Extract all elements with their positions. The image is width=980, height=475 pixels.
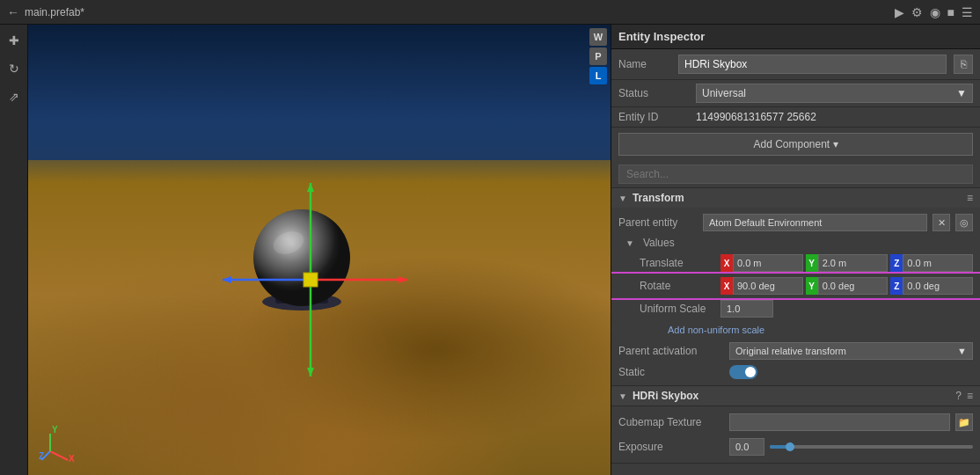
static-label: Static: [618, 366, 724, 378]
translate-xyz-group: X 0.0 m Y 2.0 m Z 0.0 m: [720, 254, 973, 272]
cubemap-texture-input[interactable]: [729, 413, 950, 431]
rotate-row: Rotate X 90.0 deg Y 0.0 deg Z 0.0 deg: [611, 274, 980, 297]
rotate-z-field: Z 0.0 deg: [890, 277, 973, 295]
transform-content: Parent entity Atom Default Environment ✕…: [611, 208, 980, 385]
values-collapse-arrow: ▼: [625, 238, 634, 248]
toggle-knob: [745, 367, 756, 377]
move-tool-button[interactable]: ✚: [4, 30, 25, 51]
uniform-scale-row: Uniform Scale 1.0: [611, 297, 980, 320]
hdri-icons: ? ≡: [955, 390, 973, 402]
cubemap-texture-row: Cubemap Texture 📁: [611, 410, 980, 435]
search-input[interactable]: [618, 164, 973, 184]
cubemap-browse-button[interactable]: 📁: [955, 413, 973, 431]
hdri-collapse-arrow: ▼: [618, 391, 627, 401]
rotate-x-label: X: [720, 277, 733, 295]
rotate-z-value[interactable]: 0.0 deg: [903, 277, 973, 295]
translate-z-label: Z: [890, 254, 903, 272]
status-row: Status Universal ▼: [611, 80, 980, 107]
scale-tool-button[interactable]: ⇗: [4, 86, 25, 107]
hdri-help-icon[interactable]: ?: [955, 390, 962, 402]
status-dropdown-arrow: ▼: [956, 87, 967, 99]
menu-icon[interactable]: ☰: [962, 5, 973, 19]
exposure-slider-thumb: [786, 442, 794, 451]
values-row: ▼ Values: [611, 234, 980, 252]
add-nonuniform-row: Add non-uniform scale: [611, 320, 980, 340]
viewport[interactable]: W P L Z X Y: [28, 25, 611, 475]
hdri-menu-icon[interactable]: ≡: [967, 390, 973, 402]
eye-icon[interactable]: ◉: [930, 5, 940, 19]
hdri-skybox-title: HDRi Skybox: [633, 390, 950, 402]
translate-y-label: Y: [806, 254, 818, 272]
parent-entity-pick-button[interactable]: ◎: [955, 214, 973, 231]
exposure-row: Exposure 0.0: [611, 435, 980, 459]
terrain-overlay: [28, 160, 611, 475]
translate-x-label: X: [720, 254, 733, 272]
parent-entity-label: Parent entity: [618, 216, 698, 229]
name-input[interactable]: [678, 55, 947, 74]
rotate-y-value[interactable]: 0.0 deg: [818, 277, 889, 295]
badge-p[interactable]: P: [589, 48, 607, 65]
add-nonuniform-button[interactable]: Add non-uniform scale: [668, 324, 764, 336]
hdri-content: Cubemap Texture 📁 Exposure 0.0: [611, 406, 980, 463]
main-area: ✚ ↻ ⇗: [0, 25, 980, 475]
grid-icon[interactable]: ■: [947, 5, 954, 19]
transform-header[interactable]: ▼ Transform ≡: [611, 188, 980, 208]
exposure-value[interactable]: 0.0: [729, 438, 764, 456]
badge-w[interactable]: W: [589, 28, 607, 46]
rotate-tool-button[interactable]: ↻: [4, 58, 25, 79]
hdri-skybox-section: ▼ HDRi Skybox ? ≡ Cubemap Texture 📁 Expo…: [611, 386, 980, 464]
rotate-y-field: Y 0.0 deg: [806, 277, 889, 295]
exposure-label: Exposure: [618, 441, 724, 453]
parent-activation-arrow: ▼: [957, 346, 967, 356]
parent-entity-value[interactable]: Atom Default Environment: [703, 214, 927, 231]
camera-icon[interactable]: ▶: [895, 5, 904, 19]
inspector-header: Entity Inspector: [611, 25, 980, 49]
hdri-skybox-header[interactable]: ▼ HDRi Skybox ? ≡: [611, 386, 980, 406]
parent-entity-clear-button[interactable]: ✕: [932, 214, 950, 231]
parent-activation-dropdown[interactable]: Original relative transform ▼: [729, 342, 973, 360]
rotate-x-field: X 90.0 deg: [720, 277, 803, 295]
transform-collapse-arrow: ▼: [618, 194, 627, 203]
entity-id-value: 114990681316577 25662: [696, 111, 973, 123]
top-bar: ← main.prefab* ▶ ⚙ ◉ ■ ☰: [0, 0, 980, 25]
rotate-xyz-group: X 90.0 deg Y 0.0 deg Z 0.0 deg: [720, 277, 973, 295]
parent-activation-label: Parent activation: [618, 345, 724, 357]
name-label: Name: [618, 58, 671, 70]
cubemap-texture-label: Cubemap Texture: [618, 416, 724, 428]
entity-id-label: Entity ID: [618, 111, 689, 123]
exposure-slider-track[interactable]: [770, 445, 973, 449]
status-dropdown[interactable]: Universal ▼: [696, 84, 973, 103]
uniform-scale-label: Uniform Scale: [618, 303, 715, 315]
static-row: Static: [611, 362, 980, 382]
inspector-title: Entity Inspector: [618, 30, 705, 43]
parent-activation-row: Parent activation Original relative tran…: [611, 340, 980, 362]
back-icon[interactable]: ←: [7, 5, 19, 19]
rotate-x-value[interactable]: 90.0 deg: [733, 277, 803, 295]
translate-z-field: Z 0.0 m: [890, 254, 973, 272]
translate-x-field: X 0.0 m: [720, 254, 803, 272]
translate-z-value[interactable]: 0.0 m: [903, 254, 973, 272]
transform-title: Transform: [633, 192, 962, 204]
copy-id-button[interactable]: ⎘: [954, 55, 973, 74]
parent-entity-text: Atom Default Environment: [709, 217, 822, 228]
settings-icon[interactable]: ⚙: [911, 5, 923, 19]
translate-label: Translate: [618, 257, 715, 269]
svg-text:Z: Z: [39, 451, 44, 461]
transform-menu-icon[interactable]: ≡: [967, 192, 973, 204]
parent-activation-value: Original relative transform: [735, 346, 846, 356]
add-component-label: Add Component ▾: [753, 138, 837, 150]
badge-l[interactable]: L: [589, 67, 607, 84]
top-bar-left: ← main.prefab*: [7, 5, 895, 19]
entity-id-row: Entity ID 114990681316577 25662: [611, 107, 980, 128]
translate-y-field: Y 2.0 m: [806, 254, 889, 272]
translate-y-value[interactable]: 2.0 m: [818, 254, 889, 272]
rotate-z-label: Z: [890, 277, 903, 295]
name-row: Name ⎘: [611, 49, 980, 80]
viewport-badges: W P L: [589, 28, 607, 84]
values-label: Values: [643, 237, 675, 249]
translate-x-value[interactable]: 0.0 m: [733, 254, 803, 272]
static-toggle[interactable]: [729, 365, 757, 379]
uniform-scale-value[interactable]: 1.0: [720, 300, 773, 318]
axis-indicator: Z X Y: [37, 420, 81, 466]
add-component-button[interactable]: Add Component ▾: [618, 133, 973, 156]
